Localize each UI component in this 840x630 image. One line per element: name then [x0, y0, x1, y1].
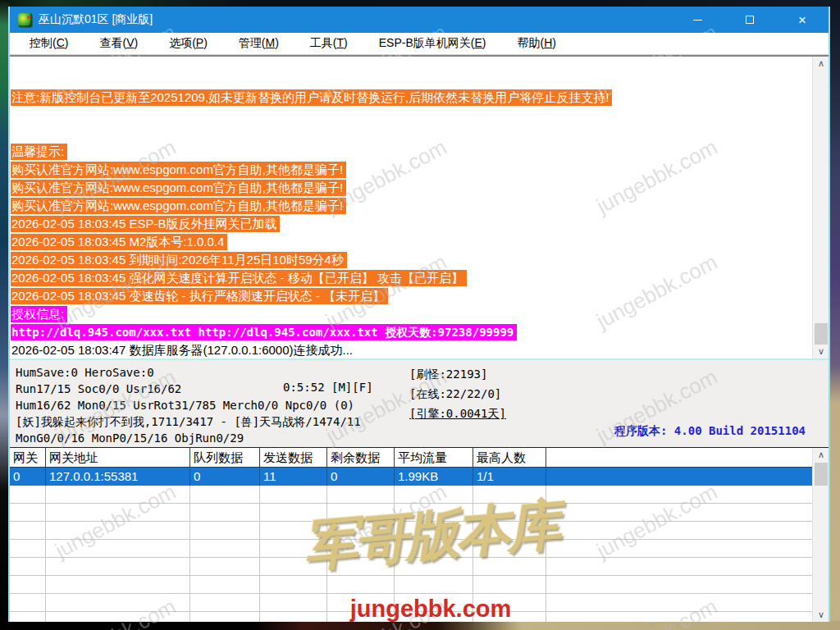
table-empty-cell: [46, 486, 190, 504]
table-empty-row: [10, 504, 829, 522]
scroll-up-icon[interactable]: ∧: [813, 448, 829, 462]
status-uptime: 0:5:52 [M][F]: [283, 381, 373, 394]
table-empty-cell: [473, 594, 546, 612]
log-line: 2026-02-05 18:03:47 数据库服务器(127.0.0.1:600…: [11, 341, 829, 358]
menu-bar: 控制(C)查看(V)选项(P)管理(M)工具(T)ESP-B版单机网关(E)帮助…: [10, 33, 829, 54]
column-header[interactable]: 队列数据: [190, 448, 260, 468]
table-row[interactable]: 0127.0.0.1:5538101101.99KB1/1: [10, 468, 829, 486]
table-empty-cell: [190, 576, 260, 594]
table-empty-cell: [546, 540, 829, 558]
table-empty-cell: [327, 558, 395, 576]
scroll-down-icon[interactable]: ∨: [813, 608, 829, 622]
maximize-icon: [746, 16, 754, 24]
table-empty-cell: [395, 504, 473, 522]
column-header[interactable]: 平均流量: [395, 448, 473, 468]
table-empty-cell: [190, 486, 260, 504]
table-header-row: 网关网关地址队列数据发送数据剩余数据平均流量最高人数: [10, 448, 829, 468]
table-empty-cell: [10, 558, 46, 576]
status-right-block: [刷怪:22193][在线:22/22/0][引擎:0.0041天]: [409, 364, 506, 423]
table-empty-cell: [260, 558, 327, 576]
menu-item-c[interactable]: 控制(C): [20, 34, 78, 53]
table-scrollbar-thumb[interactable]: [815, 463, 828, 486]
table-empty-cell: [327, 486, 395, 504]
menu-item-e[interactable]: ESP-B版单机网关(E): [369, 34, 496, 53]
column-header[interactable]: 发送数据: [260, 448, 327, 468]
table-empty-cell: [190, 612, 260, 622]
table-empty-cell: [46, 522, 190, 540]
column-header[interactable]: 网关地址: [46, 448, 190, 468]
table-empty-cell: [46, 576, 190, 594]
table-empty-cell: [190, 504, 260, 522]
menu-item-p[interactable]: 选项(P): [159, 34, 217, 53]
table-empty-cell: [546, 558, 829, 576]
table-empty-cell: [327, 522, 395, 540]
table-empty-cell: [260, 612, 327, 622]
table-empty-row: [10, 612, 829, 622]
table-empty-cell: [327, 576, 395, 594]
table-empty-cell: [473, 576, 546, 594]
menu-item-m[interactable]: 管理(M): [229, 34, 289, 53]
log-line: 授权信息:: [11, 305, 829, 323]
table-empty-cell: [327, 594, 395, 612]
status-left-block: HumSave:0 HeroSave:0Run17/15 Soc0/0 Usr1…: [16, 364, 361, 446]
log-line: 购买认准官方网站:www.espgom.com官方自助,其他都是骗子!: [11, 197, 829, 215]
table-cell: 11: [260, 468, 327, 486]
log-line: [11, 107, 829, 125]
table-empty-cell: [10, 522, 46, 540]
table-empty-cell: [473, 486, 546, 504]
table-empty-cell: [260, 576, 327, 594]
menu-item-h[interactable]: 帮助(H): [507, 34, 565, 53]
table-body: 0127.0.0.1:5538101101.99KB1/1: [10, 468, 829, 622]
program-version: 程序版本: 4.00 Build 20151104: [614, 424, 806, 439]
table-empty-cell: [395, 558, 473, 576]
desktop-strip-bottom: [0, 621, 840, 630]
header-filler: [546, 448, 829, 468]
table-empty-cell: [546, 504, 829, 522]
table-empty-cell: [473, 558, 546, 576]
close-icon: ×: [798, 13, 806, 27]
column-header[interactable]: 最高人数: [473, 448, 546, 468]
scroll-up-icon[interactable]: ∧: [813, 57, 829, 71]
table-empty-cell: [10, 612, 46, 622]
log-scrollbar[interactable]: ∧ ∨: [812, 57, 829, 358]
table-empty-cell: [260, 504, 327, 522]
table-empty-cell: [10, 576, 46, 594]
table-empty-row: [10, 486, 829, 504]
table-empty-cell: [190, 540, 260, 558]
log-console: 注意:新版控制台已更新至20251209,如未更新替换的用户请及时替换运行,后期…: [10, 57, 829, 358]
table-empty-row: [10, 594, 829, 612]
scroll-down-icon[interactable]: ∨: [813, 345, 829, 358]
table-scrollbar[interactable]: ∧ ∨: [812, 448, 829, 622]
column-header[interactable]: 剩余数据: [327, 448, 395, 468]
table-empty-cell: [395, 576, 473, 594]
status-line: Hum16/62 Mon0/15 UsrRot31/785 Merch0/0 N…: [16, 397, 361, 413]
app-icon[interactable]: [18, 13, 32, 27]
table-empty-row: [10, 558, 829, 576]
status-line: MonG0/0/16 MonP0/15/16 ObjRun0/29: [16, 430, 361, 446]
table-empty-cell: [327, 504, 395, 522]
table-empty-cell: [395, 612, 473, 622]
table-empty-cell: [190, 558, 260, 576]
table-empty-cell: [473, 540, 546, 558]
table-empty-cell: [395, 540, 473, 558]
table-empty-cell: [190, 594, 260, 612]
row-filler: [546, 468, 829, 486]
table-empty-cell: [10, 594, 46, 612]
table-empty-cell: [473, 504, 546, 522]
status-line: HumSave:0 HeroSave:0: [16, 364, 361, 381]
table-empty-cell: [46, 558, 190, 576]
menu-item-v[interactable]: 查看(V): [89, 34, 148, 53]
table-empty-cell: [260, 522, 327, 540]
minimize-button[interactable]: [671, 7, 724, 33]
maximize-button[interactable]: [724, 7, 776, 33]
table-empty-cell: [46, 540, 190, 558]
log-line: 购买认准官方网站:www.espgom.com官方自助,其他都是骗子!: [11, 161, 829, 179]
table-empty-cell: [260, 540, 327, 558]
column-header[interactable]: 网关: [10, 448, 46, 468]
gateway-table: 网关网关地址队列数据发送数据剩余数据平均流量最高人数 0127.0.0.1:55…: [10, 447, 829, 622]
log-line: 温馨提示:: [11, 143, 829, 161]
menu-item-t[interactable]: 工具(T): [300, 34, 358, 53]
table-empty-cell: [10, 540, 46, 558]
table-empty-cell: [546, 522, 829, 540]
close-button[interactable]: ×: [776, 7, 829, 33]
